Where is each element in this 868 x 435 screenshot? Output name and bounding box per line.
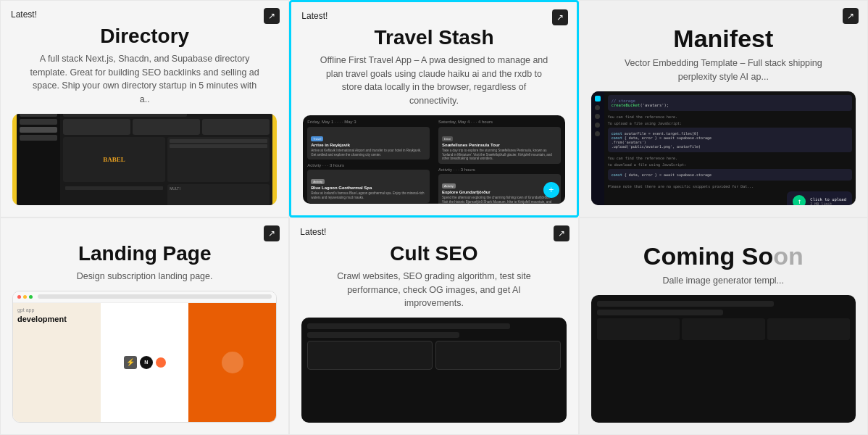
travel-item-peninsula: Drive Snæfellsnes Peninsula Tour Take a … bbox=[438, 127, 561, 165]
travel-item-lagoon: Activity Blue Lagoon Geothermal Spa Rela… bbox=[307, 170, 430, 203]
sidebar-item-1 bbox=[20, 114, 57, 117]
item-text-1: Arrive at Keflavik International Airport… bbox=[311, 149, 426, 157]
external-link-cult[interactable]: ↗ bbox=[554, 225, 569, 241]
preview-coming bbox=[591, 295, 856, 423]
card-landing-page: ↗ Landing Page Design subscription landi… bbox=[0, 218, 289, 435]
preview-directory: BABEL MULTI bbox=[12, 114, 277, 205]
code-func-1: createBucket('avatars'); bbox=[612, 103, 848, 107]
desc-directory: A full stack Next.js, Shacdn, and Supaba… bbox=[29, 52, 261, 107]
card-travel-stash: Latest! ↗ Travel Stash Offline First Tra… bbox=[289, 0, 578, 218]
grid-cell-1 bbox=[63, 119, 130, 135]
landing-topbar bbox=[13, 291, 276, 303]
mb-limit: 2 MB limit bbox=[810, 202, 846, 205]
orange-circle bbox=[222, 352, 243, 373]
landing-body: gpt app development ⚡ N bbox=[13, 303, 276, 422]
coming-cell-1 bbox=[597, 318, 680, 340]
manifest-sidebar bbox=[591, 91, 604, 205]
preview-landing: gpt app development ⚡ N bbox=[12, 291, 277, 423]
date-header-1: Friday, May 1 · · · · May 3 bbox=[307, 120, 430, 124]
sidebar-item-3 bbox=[20, 127, 57, 133]
grid-cell-2 bbox=[133, 119, 200, 135]
code-chain-2: .upload('public/avatar1.png', avatarFile… bbox=[612, 144, 848, 149]
item-text-2: Relax at Iceland's famous Blue Lagoon ge… bbox=[311, 191, 426, 200]
title-manifest: Manifest bbox=[673, 25, 773, 52]
item-text-6: Spend the afternoon exploring the charmi… bbox=[442, 196, 557, 204]
dot-r bbox=[17, 295, 21, 299]
travel-item-arrive: Travel Arrive in Reykjavik Arrive at Kef… bbox=[307, 127, 430, 160]
ref-text-2: To upload a file using JavaScript: bbox=[608, 121, 852, 125]
travel-fab-button[interactable]: + bbox=[543, 182, 559, 198]
coming-content bbox=[591, 295, 856, 346]
title-landing: Landing Page bbox=[78, 243, 212, 265]
external-link-travel[interactable]: ↗ bbox=[552, 9, 568, 25]
dot-g bbox=[29, 295, 33, 299]
cult-row-2 bbox=[307, 332, 459, 338]
dot-y bbox=[23, 295, 27, 299]
icon-nav-3 bbox=[595, 123, 600, 128]
logo-bolt: ⚡ bbox=[124, 356, 137, 369]
coming-cell-2 bbox=[682, 318, 764, 340]
travel-item-grundar: Activity Explore Grundarfjörður Spend th… bbox=[438, 174, 561, 204]
item-title-2: Blue Lagoon Geothermal Spa bbox=[311, 186, 426, 190]
preview-cult bbox=[301, 318, 566, 423]
gpt-label: gpt app bbox=[17, 307, 96, 312]
addr-bar bbox=[38, 294, 272, 299]
ref-text-4: to download a file using JavaScript: bbox=[608, 162, 852, 167]
code-section-2: const avatarFile = event.target.files[0]… bbox=[608, 128, 852, 152]
coming-cell-3 bbox=[767, 318, 850, 340]
cult-grid bbox=[307, 341, 560, 370]
tag-activity-1: Activity bbox=[311, 179, 325, 184]
app-grid: Latest! ↗ Directory A full stack Next.js… bbox=[0, 0, 868, 435]
item-title-6: Explore Grundarfjörður bbox=[442, 190, 557, 194]
code-var-3: const { data, error } = await supabase.s… bbox=[612, 173, 848, 177]
babel-card: BABEL bbox=[63, 137, 165, 182]
badge-latest-directory: Latest! bbox=[11, 9, 37, 20]
cult-content bbox=[301, 318, 566, 376]
cult-cell-2 bbox=[435, 341, 561, 370]
main-content: BABEL MULTI bbox=[60, 114, 272, 205]
badge-latest-travel: Latest! bbox=[301, 11, 327, 21]
external-link-landing[interactable]: ↗ bbox=[264, 225, 280, 241]
code-section-3: const { data, error } = await supabase.s… bbox=[608, 169, 852, 181]
icon-nav-2 bbox=[595, 114, 600, 119]
card-coming-soon: Coming Soon Dalle image generator templ.… bbox=[579, 218, 868, 435]
icon-nav-4 bbox=[595, 131, 600, 136]
dev-label: development bbox=[17, 315, 96, 323]
upload-area: ↑ Click to upload 2 MB limit bbox=[608, 191, 852, 205]
ref-text-5: Please note that there are no specific s… bbox=[608, 184, 852, 188]
activity-header: Activity · · · 3 hours bbox=[307, 163, 430, 167]
content-grid bbox=[63, 119, 270, 135]
sidebar-item-4 bbox=[20, 135, 57, 141]
preview-travel-stash: Friday, May 1 · · · · May 3 Travel Arriv… bbox=[303, 115, 564, 204]
card-row-2 bbox=[170, 144, 267, 148]
desc-travel: Offline First Travel App – A pwa designe… bbox=[318, 54, 550, 108]
logos-row: ⚡ N bbox=[124, 356, 166, 369]
logo-n: N bbox=[140, 356, 153, 369]
activity-header-2: Activity · · · 3 hours bbox=[438, 167, 561, 172]
coming-row-2 bbox=[597, 310, 724, 315]
upload-labels: Click to upload 2 MB limit bbox=[810, 197, 846, 205]
card-cult-seo: Latest! ↗ Cult SEO Crawl websites, SEO g… bbox=[289, 218, 578, 435]
item-text-5: Take a day trip to explore the stunning … bbox=[442, 149, 557, 162]
tag-travel-1: Travel bbox=[311, 136, 323, 141]
mock-screen-directory: BABEL MULTI bbox=[17, 114, 272, 205]
item-title-5: Snæfellsnes Peninsula Tour bbox=[442, 143, 557, 147]
multi-text: MULTI bbox=[170, 186, 180, 191]
screen-body: BABEL MULTI bbox=[17, 114, 272, 205]
landing-sec-orange bbox=[188, 303, 276, 422]
title-coming: Coming Soon bbox=[643, 243, 804, 270]
desc-cult: Crawl websites, SEO grading algorithm, t… bbox=[318, 270, 550, 310]
title-cult: Cult SEO bbox=[390, 243, 477, 265]
title-directory: Directory bbox=[100, 25, 189, 48]
content-row-1 bbox=[63, 114, 187, 117]
upload-button[interactable]: ↑ bbox=[793, 195, 806, 205]
logo-stripe bbox=[156, 357, 166, 368]
upload-widget[interactable]: ↑ Click to upload 2 MB limit bbox=[787, 191, 852, 205]
icon-active bbox=[595, 96, 601, 102]
external-link-directory[interactable]: ↗ bbox=[264, 8, 280, 24]
external-link-manifest[interactable]: ↗ bbox=[843, 8, 859, 24]
card-row-3 bbox=[65, 186, 163, 190]
click-upload: Click to upload bbox=[810, 197, 846, 202]
card-manifest: ↗ Manifest Vector Embedding Template – F… bbox=[579, 0, 868, 218]
landing-sec-logos: ⚡ N bbox=[101, 303, 188, 422]
